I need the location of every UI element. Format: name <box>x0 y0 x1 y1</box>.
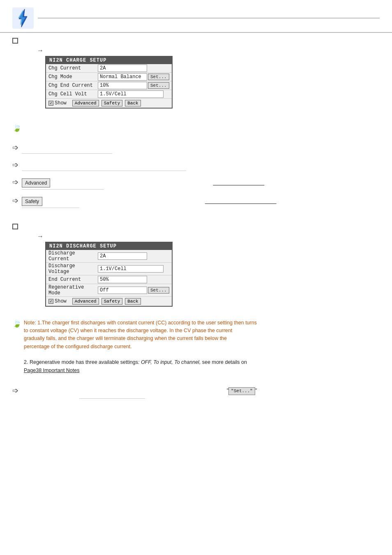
bullet-section-1: ➩ <box>12 144 380 157</box>
bullet-section-2: ➩ <box>12 161 380 174</box>
discharge-row-regen: Regenerative Mode Off Set... <box>46 284 172 297</box>
charge-back-btn[interactable]: Back <box>125 100 141 106</box>
bullet-arrow-3: ➩ <box>12 178 18 187</box>
divider-4 <box>22 208 79 208</box>
charge-setup-section <box>12 37 380 44</box>
set-btn-bottom[interactable]: "Set..." <box>228 387 255 395</box>
bullet-text-1 <box>22 144 380 157</box>
discharge-row-current: Discharge Current 2A <box>46 250 172 263</box>
regen-set-btn[interactable]: Set... <box>148 287 169 294</box>
divider-bottom <box>79 398 145 399</box>
charge-show-checkbox[interactable] <box>48 101 53 106</box>
note-leaf-icon-1: 🍃 <box>12 123 21 132</box>
divider-2 <box>22 171 186 171</box>
bullet-arrow-2: ➩ <box>12 160 18 169</box>
discharge-show-label: Show <box>55 298 67 304</box>
charge-setup-box: NI2N CHARGE SETUP Chg Current 2A Chg Mod… <box>45 56 173 109</box>
advanced-btn-inline[interactable]: Advanced <box>22 178 50 187</box>
note-2-content: Note: 1.The charger first discharges wit… <box>24 319 380 375</box>
chg-end-set-btn[interactable]: Set... <box>148 82 169 89</box>
discharge-row-end-current: End Current 50% <box>46 275 172 284</box>
charge-arrow: → <box>37 47 380 54</box>
discharge-checkbox[interactable] <box>12 224 18 229</box>
bullet-text-2 <box>22 161 380 174</box>
charge-show-label: Show <box>55 100 67 106</box>
logo-icon <box>12 7 34 29</box>
discharge-advanced-btn[interactable]: Advanced <box>72 298 99 305</box>
bullet-arrow-1: ➩ <box>12 143 18 152</box>
note-block-2: 🍃 Note: 1.The charger first discharges w… <box>12 319 380 375</box>
discharge-show-checkbox[interactable] <box>48 299 53 304</box>
chg-mode-set-btn[interactable]: Set... <box>148 74 169 80</box>
charge-show-check[interactable]: Show <box>48 100 67 106</box>
charge-row-current: Chg Current 2A <box>46 64 172 73</box>
page-header <box>0 0 392 33</box>
charge-advanced-btn[interactable]: Advanced <box>72 100 99 106</box>
divider-1 <box>22 153 112 154</box>
bullet-section-4: ➩ Safety <box>12 197 380 211</box>
discharge-safety-btn[interactable]: Safety <box>101 298 123 305</box>
divider-3 <box>22 189 104 190</box>
charge-setup-footer: Show Advanced Safety Back <box>46 99 172 108</box>
discharge-setup-section <box>12 223 380 229</box>
charge-row-mode: Chg Mode Normal Balance Set... <box>46 73 172 81</box>
page-content: → NI2N CHARGE SETUP Chg Current 2A Chg M… <box>0 37 392 419</box>
discharge-back-btn[interactable]: Back <box>125 298 141 305</box>
discharge-row-voltage: Discharge Voltage 1.1V/Cell <box>46 263 172 275</box>
bullet-arrow-4: ➩ <box>12 196 18 205</box>
charge-checkbox[interactable] <box>12 38 18 44</box>
bottom-bullet-section: ➩ ""Set..."" <box>12 387 380 402</box>
header-divider <box>38 18 380 18</box>
note-leaf-icon-2: 🍃 <box>12 319 21 328</box>
safety-btn-inline[interactable]: Safety <box>22 197 42 206</box>
bullet-text-3: Advanced <box>22 178 380 193</box>
discharge-arrow: → <box>37 233 380 240</box>
discharge-setup-title: NI2N DISCHARGE SETUP <box>46 243 172 250</box>
bullet-text-4: Safety <box>22 197 380 211</box>
bottom-bullet-arrow: ➩ <box>12 386 18 395</box>
discharge-setup-footer: Show Advanced Safety Back <box>46 297 172 306</box>
discharge-show-check[interactable]: Show <box>48 298 67 304</box>
bottom-bullet-text: ""Set..."" <box>22 387 380 402</box>
charge-safety-btn[interactable]: Safety <box>101 100 123 106</box>
discharge-setup-box: NI2N DISCHARGE SETUP Discharge Current 2… <box>45 242 173 307</box>
bullet-section-3: ➩ Advanced <box>12 178 380 193</box>
charge-row-cell-volt: Chg Cell Volt 1.5V/Cell <box>46 90 172 99</box>
charge-row-end-current: Chg End Current 10% Set... <box>46 81 172 90</box>
charge-setup-title: NI2N CHARGE SETUP <box>46 57 172 64</box>
note-block-1: 🍃 <box>12 123 380 132</box>
